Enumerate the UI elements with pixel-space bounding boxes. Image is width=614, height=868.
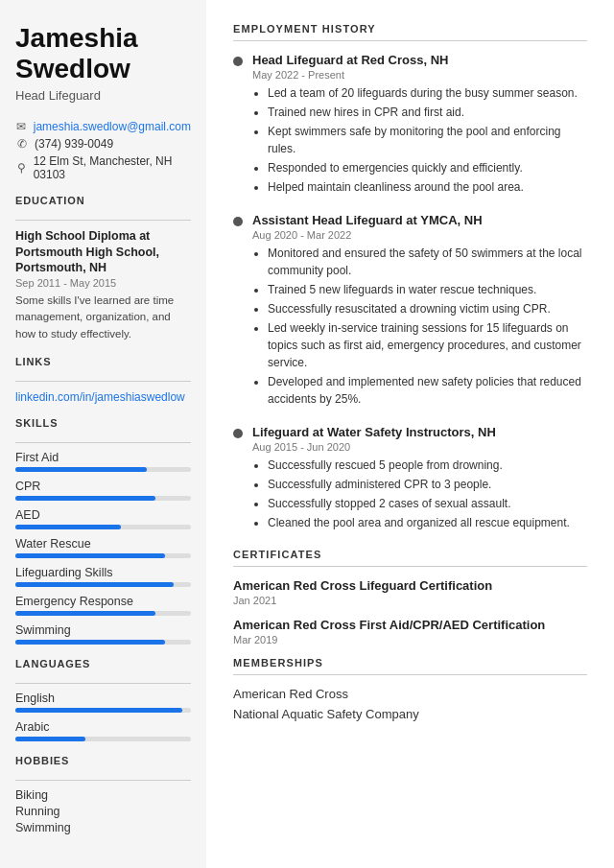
languages-divider <box>15 683 191 684</box>
job-dates-1: May 2022 - Present <box>252 69 587 81</box>
email-icon: ✉ <box>15 120 28 133</box>
phone-contact: ✆ (374) 939-0049 <box>15 137 191 151</box>
bullet: Successfully rescued 5 people from drown… <box>268 457 587 474</box>
bullet: Trained new hires in CPR and first aid. <box>268 104 587 121</box>
bullet: Trained 5 new lifeguards in water rescue… <box>268 281 587 298</box>
linkedin-link-item: linkedin.com/in/jameshiaswedlow <box>15 389 191 404</box>
lang-english: English <box>15 692 191 713</box>
job-dot-3 <box>233 429 243 438</box>
edu-dates: Sep 2011 - May 2015 <box>15 277 191 289</box>
address-contact: ⚲ 12 Elm St, Manchester, NH 03103 <box>15 154 191 181</box>
bullet: Cleaned the pool area and organized all … <box>268 514 587 531</box>
job-dates-2: Aug 2020 - Mar 2022 <box>252 229 587 241</box>
job-bullets-1: Led a team of 20 lifeguards during the b… <box>252 84 587 196</box>
job-title-2: Assistant Head Lifeguard at YMCA, NH <box>252 213 587 227</box>
lang-arabic: Arabic <box>15 720 191 741</box>
candidate-title: Head Lifeguard <box>15 88 191 103</box>
skill-first-aid: First Aid <box>15 451 191 472</box>
skill-water-rescue: Water Rescue <box>15 537 191 558</box>
bullet: Helped maintain cleanliness around the p… <box>268 178 587 196</box>
memberships-label: MEMBERSHIPS <box>233 657 587 669</box>
job-title-1: Head Lifeguard at Red Cross, NH <box>252 53 587 67</box>
hobbies-label: HOBBIES <box>15 755 191 766</box>
sidebar: Jameshia Swedlow Head Lifeguard ✉ jamesh… <box>0 0 206 868</box>
job-title-3: Lifeguard at Water Safety Instructors, N… <box>252 425 587 439</box>
skill-aed: AED <box>15 508 191 529</box>
hobby-running: Running <box>15 805 191 818</box>
memberships-divider <box>233 674 587 675</box>
email-link[interactable]: jameshia.swedlow@gmail.com <box>34 120 191 133</box>
hobby-swimming: Swimming <box>15 821 191 834</box>
job-entry-1: Head Lifeguard at Red Cross, NH May 2022… <box>233 53 587 198</box>
certificates-label: CERTIFICATES <box>233 549 587 560</box>
bullet: Successfully administered CPR to 3 peopl… <box>268 476 587 493</box>
location-icon: ⚲ <box>15 161 28 175</box>
membership-1: American Red Cross <box>233 687 587 701</box>
bullet: Responded to emergencies quickly and eff… <box>268 159 587 176</box>
skill-cpr: CPR <box>15 480 191 501</box>
job-bullets-3: Successfully rescued 5 people from drown… <box>252 457 587 531</box>
job-dates-3: Aug 2015 - Jun 2020 <box>252 441 587 453</box>
job-bullets-2: Monitored and ensured the safety of 50 s… <box>252 245 587 408</box>
links-divider <box>15 381 191 382</box>
membership-2: National Aquatic Safety Company <box>233 707 587 721</box>
bullet: Successfully stopped 2 cases of sexual a… <box>268 495 587 512</box>
employment-divider <box>233 40 587 41</box>
skill-emergency-response: Emergency Response <box>15 595 191 616</box>
skills-label: SKILLS <box>15 417 191 429</box>
education-label: EDUCATION <box>15 195 191 206</box>
cert-1: American Red Cross Lifeguard Certificati… <box>233 578 587 606</box>
skill-swimming: Swimming <box>15 623 191 645</box>
job-dot-1 <box>233 57 243 66</box>
links-label: LINKS <box>15 356 191 367</box>
skills-divider <box>15 442 191 443</box>
address-value: 12 Elm St, Manchester, NH 03103 <box>34 154 191 181</box>
edu-desc: Some skills I've learned are time manage… <box>15 293 191 342</box>
candidate-name: Jameshia Swedlow <box>15 23 191 84</box>
bullet: Kept swimmers safe by monitoring the poo… <box>268 123 587 157</box>
main-content: EMPLOYMENT HISTORY Head Lifeguard at Red… <box>206 0 614 868</box>
bullet: Developed and implemented new safety pol… <box>268 373 587 408</box>
email-contact: ✉ jameshia.swedlow@gmail.com <box>15 120 191 133</box>
languages-label: LANGUAGES <box>15 658 191 669</box>
skill-lifeguarding: Lifeguarding Skills <box>15 566 191 587</box>
phone-icon: ✆ <box>15 137 29 151</box>
cert-2: American Red Cross First Aid/CPR/AED Cer… <box>233 618 587 645</box>
education-divider <box>15 220 191 221</box>
phone-value: (374) 939-0049 <box>35 137 113 151</box>
job-entry-2: Assistant Head Lifeguard at YMCA, NH Aug… <box>233 213 587 410</box>
job-entry-3: Lifeguard at Water Safety Instructors, N… <box>233 425 587 533</box>
linkedin-link[interactable]: linkedin.com/in/jameshiaswedlow <box>15 390 185 404</box>
bullet: Led a team of 20 lifeguards during the b… <box>268 84 587 102</box>
employment-label: EMPLOYMENT HISTORY <box>233 23 587 35</box>
bullet: Successfully resuscitated a drowning vic… <box>268 300 587 317</box>
job-dot-2 <box>233 217 243 226</box>
hobbies-divider <box>15 780 191 781</box>
bullet: Monitored and ensured the safety of 50 s… <box>268 245 587 279</box>
certificates-divider <box>233 566 587 567</box>
bullet: Led weekly in-service training sessions … <box>268 319 587 371</box>
edu-school: High School Diploma at Portsmouth High S… <box>15 228 191 275</box>
hobby-biking: Biking <box>15 788 191 802</box>
